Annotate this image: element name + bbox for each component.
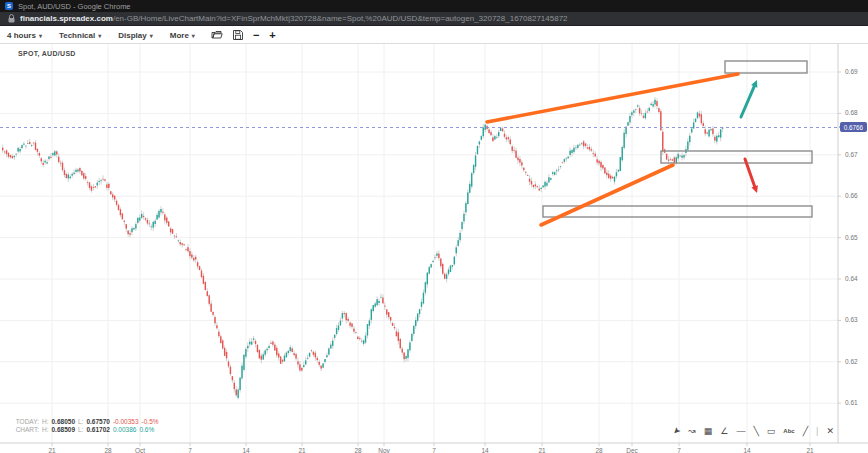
menu-label: 4 hours [7,31,36,40]
toolbar-separator: | [816,426,818,436]
browser-titlebar: S Spot, AUD/USD - Google Chrome [0,0,868,12]
chart-region: SPOT, AUD/USD 0.690.680.670.660.650.640.… [0,44,868,453]
change-value: -0.00353 [113,418,139,425]
low-value: 0.67570 [86,418,110,425]
high-value: 0.68050 [52,418,76,425]
price-tick-label: 0.64 [845,275,858,282]
high-key: H: [42,426,49,433]
date-tick-label: 21 [802,447,818,453]
date-tick-label: 7 [671,447,687,453]
price-tick-label: 0.67 [845,151,858,158]
trendline-tool-icon[interactable]: ╲ [753,426,758,436]
menu-display[interactable]: Display▾ [118,31,152,40]
direction-arrows [741,80,758,193]
trendlines [487,74,738,225]
drawing-toolbar: ➤↝▦∠—╲▭Abc╱|✕ [673,426,834,436]
site-favicon-icon: S [5,2,13,10]
date-tick-label: Dec [624,447,640,453]
symbol-label: SPOT, AUD/USD [18,50,76,57]
price-tick-label: 0.61 [845,399,858,406]
menu-4-hours[interactable]: 4 hours▾ [7,31,42,40]
price-stats: TODAY:H:0.68050L:0.67570-0.00353-0.5%CHA… [13,418,162,434]
date-tick-label: 21 [534,447,550,453]
high-key: H: [42,418,49,425]
change-value: 0.00386 [113,426,137,433]
date-tick-label: 21 [294,447,310,453]
low-value: 0.61702 [86,426,110,433]
price-tick-label: 0.69 [845,68,858,75]
date-tick-label: 14 [0,447,4,453]
date-tick-label: 7 [182,447,198,453]
date-tick-label: 14 [477,447,493,453]
low-key: L: [78,426,83,433]
chart-toolbar: 4 hours▾Technical▾Display▾More▾ − + [0,27,868,44]
change-percent: 0.6% [139,426,154,433]
horizontal-line-tool-icon[interactable]: — [736,426,745,436]
save-icon[interactable] [233,30,243,40]
text-tool-icon[interactable]: Abc [783,426,794,436]
menu-label: Display [118,31,146,40]
toolbar-menus: 4 hours▾Technical▾Display▾More▾ [7,31,195,40]
chevron-down-icon: ▾ [98,32,101,39]
price-chart[interactable] [0,44,868,453]
grid-layer [0,44,868,446]
open-folder-icon[interactable] [211,30,223,40]
grid-tool-icon[interactable]: ▦ [704,426,713,436]
price-tick-label: 0.66 [845,192,858,199]
stats-label: TODAY: [13,418,39,426]
low-key: L: [78,418,83,425]
stats-row-today-: TODAY:H:0.68050L:0.67570-0.00353-0.5% [13,418,162,426]
date-tick-label: 7 [426,447,442,453]
lock-icon [8,14,15,23]
date-tick-label: 28 [100,447,116,453]
menu-technical[interactable]: Technical▾ [59,31,101,40]
date-tick-label: Oct [132,447,148,453]
date-tick-label: Nov [376,447,392,453]
current-price-badge: 0.6766 [840,122,867,132]
freehand-tool-icon[interactable]: ↝ [688,426,696,436]
chevron-down-icon: ▾ [39,32,42,39]
candlestick-series [2,97,723,400]
menu-label: More [170,31,189,40]
date-tick-label: 28 [591,447,607,453]
address-bar[interactable]: financials.spreadex.com/en-GB/Home/LiveC… [0,12,868,26]
url-path: /en-GB/Home/LiveChartMain?id=XFinSprMchM… [113,14,568,23]
stats-label: CHART: [13,426,39,434]
rectangle-tool-icon[interactable]: ▭ [767,426,776,436]
menu-more[interactable]: More▾ [170,31,195,40]
zoom-out-button[interactable]: − [253,30,259,40]
change-percent: -0.5% [142,418,159,425]
date-tick-label: 14 [238,447,254,453]
date-tick-label: 14 [739,447,755,453]
chevron-down-icon: ▾ [192,32,195,39]
price-tick-label: 0.65 [845,234,858,241]
zoom-in-button[interactable]: + [269,30,275,40]
price-tick-label: 0.62 [845,358,858,365]
price-tick-label: 0.68 [845,109,858,116]
date-tick-label: 28 [350,447,366,453]
tab-title: Spot, AUD/USD - Google Chrome [18,2,131,11]
high-value: 0.68509 [52,426,76,433]
url-domain: financials.spreadex.com [20,14,113,23]
chevron-down-icon: ▾ [150,32,153,39]
date-tick-label: 21 [44,447,60,453]
ray-tool-icon[interactable]: ╱ [803,426,808,436]
angle-measure-tool-icon[interactable]: ∠ [720,426,728,436]
cursor-tool-icon[interactable]: ➤ [670,425,682,437]
menu-label: Technical [59,31,95,40]
delete-tool-icon[interactable]: ✕ [826,426,834,436]
price-tick-label: 0.63 [845,316,858,323]
stats-row-chart-: CHART:H:0.68509L:0.617020.003860.6% [13,426,162,434]
